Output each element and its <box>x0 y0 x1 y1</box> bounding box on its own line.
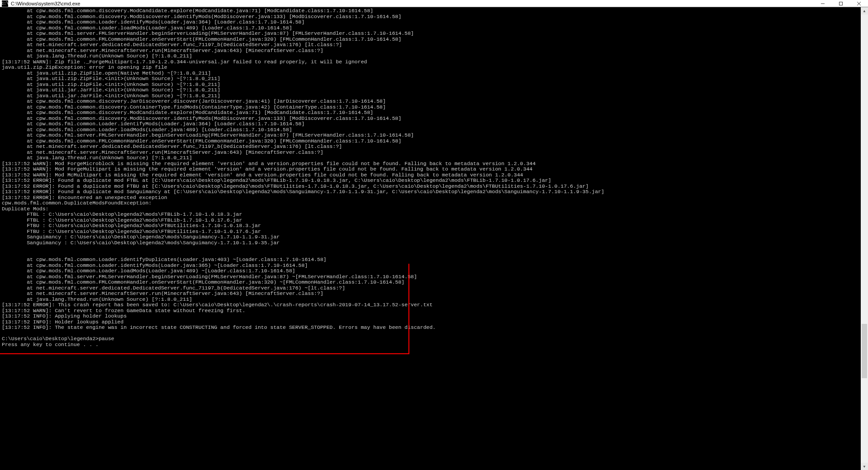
cmd-icon: C:\ <box>2 0 8 7</box>
maximize-button[interactable] <box>832 0 850 7</box>
scroll-down-arrow-icon[interactable]: ▼ <box>861 463 868 470</box>
close-icon <box>857 1 861 6</box>
scrollbar-thumb[interactable] <box>862 324 867 378</box>
maximize-icon <box>839 1 843 6</box>
minimize-button[interactable] <box>814 0 832 7</box>
console-body: at cpw.mods.fml.common.discovery.ModCand… <box>0 7 868 470</box>
scroll-up-arrow-icon[interactable]: ▲ <box>861 7 868 14</box>
console-output[interactable]: at cpw.mods.fml.common.discovery.ModCand… <box>0 7 868 348</box>
vertical-scrollbar[interactable]: ▲ ▼ <box>861 7 868 470</box>
window-titlebar: C:\ C:\Windows\system32\cmd.exe <box>0 0 868 7</box>
svg-rect-1 <box>840 2 843 5</box>
minimize-icon <box>821 1 825 6</box>
window-title: C:\Windows\system32\cmd.exe <box>10 1 814 6</box>
close-button[interactable] <box>850 0 868 7</box>
window-controls <box>814 0 868 7</box>
